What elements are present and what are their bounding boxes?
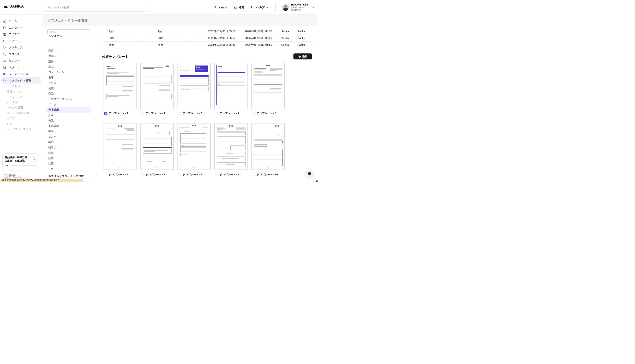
template-option-10[interactable]: テンプレート - 10 xyxy=(252,172,278,177)
template-option-1[interactable]: テンプレート - 1 xyxy=(104,111,128,116)
template-radio-3[interactable] xyxy=(178,112,181,115)
sidebar-subitem-workspace-settings[interactable]: ワークスペース設定 xyxy=(0,126,42,132)
progress-next-button[interactable] xyxy=(32,157,37,162)
module-item-expenses[interactable]: 経費 xyxy=(46,156,91,161)
template-card-6[interactable]: 請求書 xyxy=(103,123,136,170)
module-item-sales-invoices[interactable]: 売上請求 xyxy=(46,107,91,112)
template-radio-5[interactable] xyxy=(252,112,255,115)
sidebar-subitem-datasets[interactable]: データセット xyxy=(0,94,42,100)
module-item-deals[interactable]: 案件 xyxy=(46,59,91,64)
template-option-7[interactable]: テンプレート - 7 xyxy=(141,172,165,177)
sidebar-item-home[interactable]: ホーム xyxy=(0,18,42,24)
template-card-5[interactable]: 請求書 xyxy=(251,63,285,109)
module-item-vouchers[interactable]: 伝票 xyxy=(46,161,91,166)
template-card-1[interactable]: 請求書 xyxy=(103,63,136,109)
sidebar-subitem-logs[interactable]: ログ xyxy=(0,121,42,126)
template-card-4[interactable]: 請求書 xyxy=(215,63,248,109)
template-option-4[interactable]: テンプレート - 4 xyxy=(215,111,239,116)
template-radio-1[interactable] xyxy=(104,112,107,115)
template-radio-7[interactable] xyxy=(141,173,144,176)
template-option-3[interactable]: テンプレート - 3 xyxy=(178,111,202,116)
help-button[interactable]: ? ヘルプ xyxy=(251,6,269,9)
sidebar-item-contacts[interactable]: コンタクト xyxy=(0,24,42,31)
svg-text:?: ? xyxy=(252,6,253,8)
module-item-attendance[interactable]: 勤怠 xyxy=(46,150,91,156)
template-option-8[interactable]: テンプレート - 8 xyxy=(178,172,202,177)
module-item-payments-in[interactable]: 入金 xyxy=(46,113,91,118)
sidebar-subitem-guide[interactable]: ガイド xyxy=(0,116,42,121)
sidebar-item-talent[interactable]: タレント xyxy=(0,58,42,64)
create-custom-object-link[interactable]: カスタムオブジェクトの作成 xyxy=(48,174,84,178)
sidebar-item-commerce[interactable]: コマース xyxy=(0,38,42,44)
template-label: テンプレート - 5 xyxy=(257,112,276,115)
secondary-widget-corner[interactable] xyxy=(316,180,317,182)
user-chevron-down-icon[interactable] xyxy=(312,6,315,9)
module-item-contacts[interactable]: 連絡先 xyxy=(46,54,91,59)
module-item-subscriptions[interactable]: サブスクリプション xyxy=(46,96,91,102)
module-item-meters[interactable]: メーター xyxy=(46,102,91,107)
sidebar-subitem-integrations[interactable]: 連携サービス xyxy=(0,89,42,94)
shopping-cart-icon xyxy=(3,46,7,49)
module-item-payables[interactable]: 支払請求 xyxy=(46,123,91,128)
module-item-products[interactable]: 商品 xyxy=(46,64,91,70)
sidebar-item-object-management[interactable]: オブジェクト管理 xyxy=(2,77,41,84)
table-row[interactable]: 伝票 伝票 2026年01月06日 05:50 2026年01月06日 05:5… xyxy=(97,42,317,48)
global-search[interactable] xyxy=(45,3,146,12)
template-option-9[interactable]: テンプレート - 9 xyxy=(215,172,239,177)
chat-launcher-button[interactable] xyxy=(305,170,314,178)
template-radio-9[interactable] xyxy=(215,173,218,176)
module-item-contracts[interactable]: 契約 xyxy=(46,140,91,145)
template-option-5[interactable]: テンプレート - 5 xyxy=(252,111,276,116)
template-radio-8[interactable] xyxy=(178,173,181,176)
user-menu[interactable]: Haegwan Kim Sanka Demo 70049902 xyxy=(282,3,308,12)
module-item-stock-io[interactable]: 入出庫 xyxy=(46,80,91,86)
template-card-2[interactable]: 請求書 xyxy=(140,63,174,109)
sidebar-item-procure[interactable]: プロキュア xyxy=(0,44,42,51)
sidebar-subitem-portal[interactable]: ポータル xyxy=(0,100,42,105)
module-search-input[interactable] xyxy=(49,30,89,34)
template-option-2[interactable]: テンプレート - 2 xyxy=(141,111,165,116)
module-item-sales-orders[interactable]: 受注 xyxy=(46,91,91,96)
sidebar-item-process[interactable]: プロセス xyxy=(0,51,42,58)
module-item-journal-entries[interactable]: 仕訳 xyxy=(46,166,91,172)
template-card-10[interactable]: 請求書 xyxy=(251,123,285,170)
san-ai-button[interactable]: San AI xyxy=(214,6,227,9)
notifications-button[interactable]: 通知 xyxy=(234,6,244,9)
sidebar-subitem-user-management[interactable]: ユーザー管理 xyxy=(0,105,42,110)
logo[interactable]: SANKA xyxy=(5,4,24,8)
template-radio-10[interactable] xyxy=(252,173,255,176)
module-item-quotes[interactable]: 見積 xyxy=(46,86,91,91)
sidebar-item-items[interactable]: アイテム xyxy=(0,31,42,38)
template-radio-6[interactable] xyxy=(104,173,107,176)
module-item-tasks[interactable]: タスク xyxy=(46,134,91,140)
template-card-8[interactable]: 請求書 xyxy=(177,123,210,170)
sidebar-subitem-plan-billing[interactable]: プラン & 請求管理 xyxy=(0,110,42,116)
template-card-3[interactable]: 請求書 xyxy=(177,63,210,109)
table-row[interactable]: 仕訳 仕訳 2026年01月06日 05:50 2026年01月06日 05:5… xyxy=(97,35,317,42)
module-item-locations[interactable]: ロケーション xyxy=(46,70,91,75)
module-item-purchase-orders[interactable]: 発注 xyxy=(46,118,91,123)
template-card-9[interactable]: 請求書 xyxy=(215,123,248,170)
user-workspace: Sanka Demo xyxy=(291,6,308,9)
template-card-7[interactable]: 請求書 xyxy=(140,123,174,170)
corner-arrow-icon xyxy=(3,79,7,82)
grid-icon xyxy=(3,72,7,76)
sidebar-item-reports[interactable]: レポート xyxy=(0,64,42,71)
invoice-preview-image: 請求書 xyxy=(252,124,284,170)
template-radio-4[interactable] xyxy=(215,112,218,115)
invoice-preview-image: 請求書 xyxy=(103,63,136,109)
template-label: テンプレート - 10 xyxy=(257,173,278,176)
table-row[interactable]: 商品 商品 2026年01月06日 05:50 2026年01月06日 05:5… xyxy=(97,28,317,35)
module-item-payments-out[interactable]: 出金 xyxy=(46,128,91,134)
module-item-inventory[interactable]: 在庫 xyxy=(46,75,91,80)
template-radio-2[interactable] xyxy=(141,112,144,115)
sidebar-subitem-data-transfer[interactable]: データ転送 xyxy=(0,84,42,89)
global-search-input[interactable] xyxy=(53,6,144,9)
report-doc-icon xyxy=(3,66,7,69)
module-item-employees[interactable]: 従業員 xyxy=(46,145,91,150)
module-item-companies[interactable]: 企業 xyxy=(46,48,91,54)
template-option-6[interactable]: テンプレート - 6 xyxy=(104,172,128,177)
new-template-button[interactable]: 新規 xyxy=(293,54,312,60)
module-search[interactable] xyxy=(47,29,91,34)
sidebar-item-workspace[interactable]: ワークスペース xyxy=(0,71,42,77)
